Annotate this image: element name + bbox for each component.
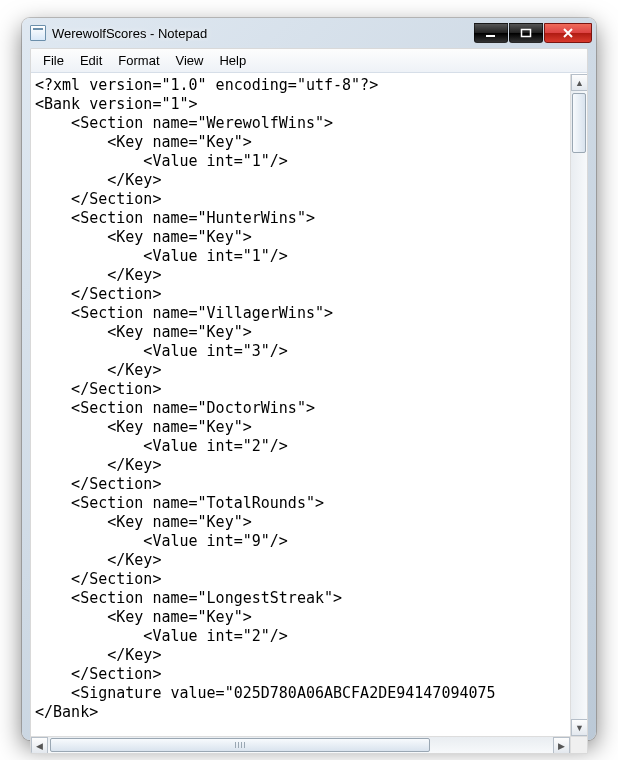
scroll-down-button[interactable]: ▼ bbox=[571, 719, 588, 736]
horizontal-scroll-thumb[interactable] bbox=[50, 738, 430, 752]
close-button[interactable] bbox=[544, 23, 592, 43]
text-editor[interactable]: <?xml version="1.0" encoding="utf-8"?> <… bbox=[31, 74, 570, 736]
minimize-button[interactable] bbox=[474, 23, 508, 43]
menubar: File Edit Format View Help bbox=[31, 49, 587, 73]
menu-view[interactable]: View bbox=[168, 51, 212, 70]
maximize-button[interactable] bbox=[509, 23, 543, 43]
window-title: WerewolfScores - Notepad bbox=[52, 26, 474, 41]
scroll-right-button[interactable]: ▶ bbox=[553, 737, 570, 754]
scroll-left-button[interactable]: ◀ bbox=[31, 737, 48, 754]
vertical-scrollbar[interactable]: ▲ ▼ bbox=[570, 74, 587, 736]
menu-format[interactable]: Format bbox=[110, 51, 167, 70]
vertical-scroll-track[interactable] bbox=[571, 91, 587, 719]
titlebar[interactable]: WerewolfScores - Notepad bbox=[22, 18, 596, 48]
horizontal-scroll-track[interactable] bbox=[48, 737, 553, 753]
resize-grip[interactable] bbox=[570, 737, 587, 754]
scroll-up-button[interactable]: ▲ bbox=[571, 74, 588, 91]
menu-file[interactable]: File bbox=[35, 51, 72, 70]
vertical-scroll-thumb[interactable] bbox=[572, 93, 586, 153]
svg-rect-1 bbox=[522, 30, 531, 37]
notepad-icon bbox=[30, 25, 46, 41]
horizontal-scrollbar[interactable]: ◀ ▶ bbox=[31, 737, 570, 753]
svg-rect-0 bbox=[486, 35, 495, 37]
window-frame: File Edit Format View Help <?xml version… bbox=[30, 48, 588, 754]
menu-help[interactable]: Help bbox=[211, 51, 254, 70]
menu-edit[interactable]: Edit bbox=[72, 51, 110, 70]
